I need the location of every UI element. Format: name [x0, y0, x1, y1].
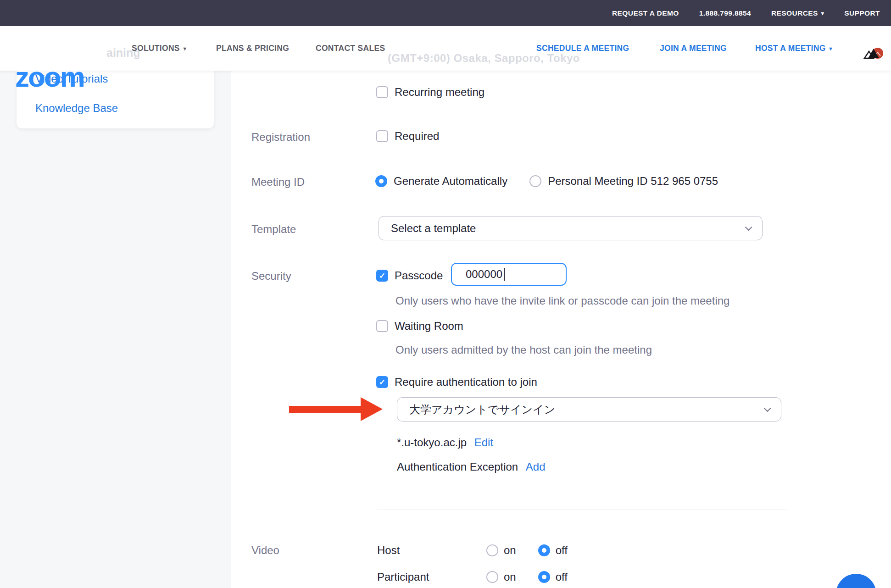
add-exception-link[interactable]: Add: [526, 460, 546, 473]
require-authentication-label: Require authentication to join: [395, 376, 537, 388]
waiting-room-row: Waiting Room: [376, 320, 463, 333]
waiting-room-helper-text: Only users admitted by the host can join…: [395, 344, 652, 356]
template-select-value: Select a template: [391, 222, 476, 235]
host-a-meeting-label: HOST A MEETING: [755, 44, 826, 53]
request-demo-link[interactable]: REQUEST A DEMO: [612, 9, 679, 17]
chevron-down-icon: [764, 405, 771, 412]
authentication-method-select[interactable]: 大学アカウントでサインイン: [397, 397, 781, 422]
generate-automatically-radio[interactable]: [375, 175, 387, 187]
auth-exception-label: Authentication Exception: [397, 460, 518, 473]
auth-exception-row: Authentication Exception Add: [397, 460, 546, 473]
ghost-timezone-text: (GMT+9:00) Osaka, Sapporo, Tokyo: [388, 52, 580, 65]
waiting-room-label: Waiting Room: [395, 320, 463, 333]
personal-meeting-id-label: Personal Meeting ID 512 965 0755: [548, 175, 718, 188]
chevron-down-icon: [745, 224, 752, 231]
host-video-off-radio[interactable]: [538, 544, 550, 556]
meeting-id-field-label: Meeting ID: [251, 176, 305, 189]
authentication-method-value: 大学アカウントでサインイン: [409, 402, 555, 417]
text-cursor: [504, 268, 505, 281]
participant-video-off-label: off: [556, 571, 568, 583]
section-divider: [377, 510, 787, 510]
caret-down-icon: ▾: [830, 46, 832, 51]
zoom-schedule-meeting-page: REQUEST A DEMO 1.888.799.8854 RESOURCES …: [0, 0, 891, 588]
annotation-arrow-shaft: [289, 406, 361, 413]
help-chat-button[interactable]: [836, 574, 876, 588]
require-authentication-row: ✓ Require authentication to join: [376, 376, 537, 388]
main-header: aining (GMT+9:00) Osaka, Sapporo, Tokyo …: [0, 26, 891, 71]
check-icon: ✓: [379, 272, 385, 280]
template-field-label: Template: [251, 223, 296, 236]
resources-menu[interactable]: RESOURCES ▾: [771, 9, 824, 17]
host-video-on-label: on: [504, 544, 516, 557]
participant-video-off-radio[interactable]: [538, 571, 550, 583]
registration-row: Required: [376, 130, 439, 143]
avatar-image: [863, 45, 884, 61]
sidebar-item-knowledge-base[interactable]: Knowledge Base: [35, 102, 118, 115]
participant-video-on-label: on: [504, 571, 516, 583]
nav-join-a-meeting[interactable]: JOIN A MEETING: [660, 44, 727, 53]
recurring-meeting-label: Recurring meeting: [395, 86, 484, 99]
nav-host-a-meeting[interactable]: HOST A MEETING ▾: [755, 44, 832, 53]
passcode-helper-text: Only users who have the invite link or p…: [395, 294, 730, 307]
profile-avatar[interactable]: [863, 45, 884, 61]
nav-plans-pricing[interactable]: PLANS & PRICING: [216, 44, 289, 53]
participant-video-on-radio[interactable]: [486, 571, 498, 583]
generate-automatically-label: Generate Automatically: [394, 175, 507, 188]
edit-domain-link[interactable]: Edit: [474, 436, 493, 449]
solutions-label: SOLUTIONS: [132, 44, 180, 53]
nav-schedule-a-meeting[interactable]: SCHEDULE A MEETING: [536, 44, 629, 53]
registration-required-label: Required: [395, 130, 439, 143]
require-authentication-checkbox[interactable]: ✓: [376, 376, 388, 388]
passcode-row: ✓ Passcode: [376, 269, 443, 282]
video-participant-label: Participant: [377, 571, 486, 583]
security-field-label: Security: [251, 270, 291, 283]
auth-domain-value: *.u-tokyo.ac.jp: [397, 436, 467, 449]
passcode-checkbox[interactable]: ✓: [376, 270, 388, 282]
passcode-value: 000000: [466, 268, 502, 281]
template-select[interactable]: Select a template: [379, 216, 763, 240]
recurring-meeting-checkbox[interactable]: [376, 86, 388, 98]
caret-down-icon: ▾: [184, 46, 186, 51]
annotation-arrow-icon: [361, 397, 383, 421]
nav-contact-sales[interactable]: CONTACT SALES: [316, 44, 385, 53]
video-field-label: Video: [251, 544, 279, 557]
resources-label: RESOURCES: [771, 9, 818, 17]
meeting-id-row: Generate Automatically Personal Meeting …: [375, 175, 718, 188]
personal-meeting-id-radio[interactable]: [529, 175, 541, 187]
topbar: REQUEST A DEMO 1.888.799.8854 RESOURCES …: [0, 0, 891, 26]
registration-field-label: Registration: [251, 131, 310, 144]
passcode-input[interactable]: 000000: [451, 263, 567, 286]
support-link[interactable]: SUPPORT: [844, 9, 880, 17]
passcode-label: Passcode: [395, 269, 443, 282]
waiting-room-checkbox[interactable]: [376, 320, 388, 332]
video-participant-row: Participant on off: [377, 571, 568, 583]
caret-down-icon: ▾: [821, 11, 824, 16]
recurring-meeting-row: Recurring meeting: [376, 86, 484, 99]
nav-solutions[interactable]: SOLUTIONS ▾: [132, 44, 186, 53]
phone-number-link[interactable]: 1.888.799.8854: [699, 9, 751, 17]
video-host-label: Host: [377, 544, 486, 557]
check-icon: ✓: [379, 378, 385, 386]
registration-required-checkbox[interactable]: [376, 130, 388, 142]
host-video-off-label: off: [556, 544, 568, 557]
host-video-on-radio[interactable]: [486, 544, 498, 556]
auth-domain-row: *.u-tokyo.ac.jp Edit: [397, 436, 493, 449]
video-host-row: Host on off: [377, 544, 568, 557]
zoom-logo[interactable]: zoom: [15, 63, 84, 91]
